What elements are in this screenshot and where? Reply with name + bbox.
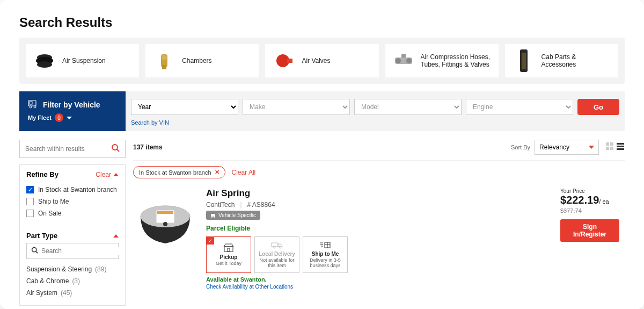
svg-point-34: [163, 222, 167, 226]
refine-box: Refine By Clear ✓ In Stock at Swanton br…: [19, 164, 126, 306]
svg-rect-24: [606, 147, 609, 150]
category-label: Air Compression Hoses, Tubes, Fittings &…: [421, 53, 492, 69]
sidebar: Refine By Clear ✓ In Stock at Swanton br…: [19, 140, 126, 306]
svg-rect-38: [224, 247, 233, 251]
close-icon[interactable]: ✕: [215, 169, 219, 176]
category-air-compression[interactable]: Air Compression Hoses, Tubes, Fittings &…: [385, 44, 499, 77]
sign-in-register-button[interactable]: Sign In/Register: [560, 219, 619, 242]
search-within-results[interactable]: [19, 140, 126, 158]
clear-all-filters[interactable]: Clear All: [232, 169, 256, 176]
make-select[interactable]: Make: [243, 99, 350, 115]
svg-point-2: [37, 61, 52, 68]
search-within-input[interactable]: [25, 145, 111, 153]
active-filter-chip[interactable]: In Stock at Swanton branch ✕: [133, 166, 225, 178]
year-select[interactable]: Year: [131, 99, 238, 115]
svg-rect-22: [606, 142, 609, 146]
results-count: 137 items: [133, 143, 163, 151]
part-type-air-system[interactable]: Air System(45): [26, 287, 119, 299]
part-type-cab-chrome[interactable]: Cab & Chrome(3): [26, 275, 119, 287]
svg-rect-35: [211, 214, 215, 217]
part-type-search[interactable]: [26, 243, 119, 259]
vehicle-filter-title: Filter by Vehicle: [43, 100, 100, 109]
go-button[interactable]: Go: [577, 99, 619, 115]
grid-view-icon[interactable]: [605, 142, 614, 153]
chevron-up-icon[interactable]: [113, 234, 119, 238]
svg-rect-23: [610, 142, 613, 146]
svg-rect-28: [617, 148, 624, 150]
checkbox-icon: [26, 210, 34, 217]
sort-label: Sort By: [511, 144, 530, 150]
fulfillment-local-delivery: Local Delivery Not available for this it…: [254, 236, 299, 273]
svg-rect-25: [610, 147, 613, 150]
fleet-count-badge: 0: [55, 113, 63, 122]
product-brand: ContiTech: [206, 201, 235, 209]
svg-point-4: [162, 55, 167, 60]
svg-point-17: [34, 106, 36, 108]
category-chambers[interactable]: Chambers: [145, 44, 259, 77]
product-row: Air Spring ContiTech | # AS8864 Vehicle …: [133, 184, 625, 290]
parcel-eligible: Parcel Eligible: [206, 225, 552, 232]
refine-title: Refine By: [26, 170, 58, 178]
svg-point-9: [396, 58, 401, 63]
package-ship-icon: [319, 241, 331, 251]
air-compression-icon: [392, 48, 415, 73]
svg-point-16: [30, 106, 32, 108]
category-label: Air Valves: [302, 57, 330, 64]
product-sku: # AS8864: [247, 201, 275, 209]
product-image[interactable]: [133, 188, 197, 253]
svg-rect-39: [228, 248, 230, 251]
category-cab-parts[interactable]: Cab Parts & Accessories: [505, 44, 618, 77]
svg-line-21: [36, 251, 38, 253]
category-label: Air Suspension: [62, 57, 106, 64]
list-view-icon[interactable]: [616, 142, 625, 153]
truck-icon: [28, 99, 39, 110]
svg-rect-15: [30, 102, 32, 104]
category-label: Chambers: [182, 57, 211, 64]
cab-parts-icon: [511, 48, 536, 73]
checkbox-icon: [26, 198, 34, 205]
filter-ship-to-me[interactable]: Ship to Me: [26, 196, 119, 207]
filter-in-stock[interactable]: ✓ In Stock at Swanton branch: [26, 184, 119, 196]
search-icon[interactable]: [111, 143, 120, 154]
check-other-locations[interactable]: Check Availability at Other Locations: [206, 284, 552, 290]
svg-rect-5: [162, 65, 166, 69]
category-air-suspension[interactable]: Air Suspension: [26, 44, 139, 77]
vehicle-specific-badge: Vehicle Specific: [206, 211, 260, 220]
chambers-icon: [152, 48, 177, 73]
product-price: $222.19/ ea: [560, 194, 625, 206]
sort-select[interactable]: Relevancy: [535, 140, 599, 155]
svg-rect-27: [617, 146, 624, 147]
svg-rect-26: [617, 143, 624, 145]
results-area: 137 items Sort By Relevancy: [133, 140, 625, 306]
selected-check-icon: ✓: [207, 237, 214, 245]
svg-rect-13: [522, 53, 526, 69]
part-type-title: Part Type: [26, 232, 57, 240]
your-price-label: Your Price: [560, 188, 625, 194]
available-at: Available at Swanton.: [206, 276, 552, 283]
engine-select[interactable]: Engine: [466, 99, 573, 115]
air-valves-icon: [272, 48, 296, 73]
fulfillment-ship-to-me[interactable]: Ship to Me Delivery in 3-5 business days: [303, 236, 348, 273]
my-fleet-toggle[interactable]: My Fleet 0: [28, 113, 117, 122]
part-type-search-input[interactable]: [41, 247, 122, 255]
vehicle-filter-bar: Filter by Vehicle My Fleet 0 Year Make M…: [19, 91, 625, 131]
store-icon: [223, 243, 234, 254]
truck-delivery-icon: [271, 241, 283, 251]
part-type-suspension[interactable]: Suspension & Steering(89): [26, 263, 119, 275]
refine-clear[interactable]: Clear: [96, 171, 119, 178]
page-title: Search Results: [19, 15, 625, 30]
strike-price: $377.74: [560, 207, 625, 214]
fulfillment-pickup[interactable]: ✓ Pickup Get it Today: [206, 236, 251, 273]
model-select[interactable]: Model: [354, 99, 462, 115]
product-title[interactable]: Air Spring: [206, 188, 552, 199]
chevron-down-icon: [67, 117, 72, 119]
svg-rect-11: [401, 54, 406, 58]
filter-on-sale[interactable]: On Sale: [26, 207, 119, 219]
chevron-down-icon: [589, 146, 594, 149]
category-air-valves[interactable]: Air Valves: [265, 44, 378, 77]
category-strip: Air Suspension Chambers Air Valves Air C…: [19, 38, 625, 84]
svg-rect-33: [157, 211, 173, 214]
air-suspension-icon: [32, 48, 57, 73]
search-by-vin-link[interactable]: Search by VIN: [131, 119, 619, 126]
category-label: Cab Parts & Accessories: [541, 53, 612, 69]
